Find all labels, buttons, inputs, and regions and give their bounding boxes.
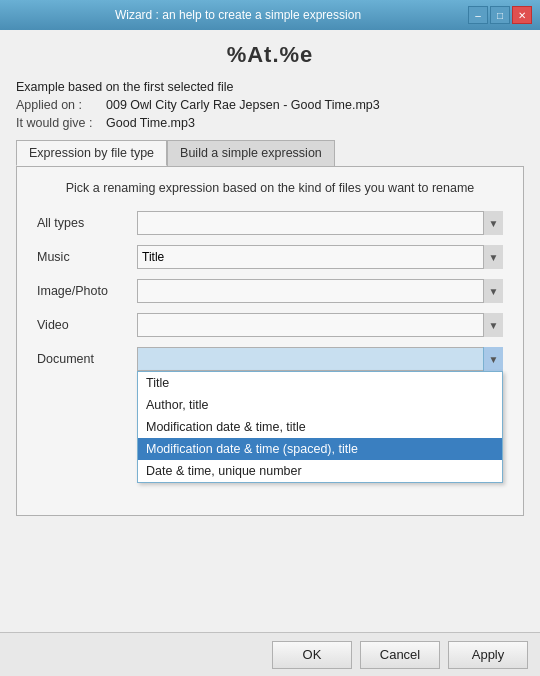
would-give-value: Good Time.mp3 — [106, 116, 195, 130]
music-label: Music — [37, 250, 137, 264]
title-bar: Wizard : an help to create a simple expr… — [0, 0, 540, 30]
music-select[interactable]: Title Artist Album Track — [137, 245, 503, 269]
tabs: Expression by file type Build a simple e… — [16, 140, 524, 166]
image-photo-row: Image/Photo ▼ — [37, 279, 503, 303]
applied-on-value: 009 Owl City Carly Rae Jepsen - Good Tim… — [106, 98, 380, 112]
close-button[interactable]: ✕ — [512, 6, 532, 24]
all-types-label: All types — [37, 216, 137, 230]
all-types-select[interactable] — [137, 211, 503, 235]
document-select-open: ▼ Title Author, title Modification date … — [137, 347, 503, 371]
panel-description: Pick a renaming expression based on the … — [37, 181, 503, 195]
maximize-button[interactable]: □ — [490, 6, 510, 24]
document-select-field[interactable]: ▼ — [137, 347, 503, 371]
all-types-row: All types ▼ — [37, 211, 503, 235]
would-give-row: It would give : Good Time.mp3 — [16, 116, 524, 130]
footer: OK Cancel Apply — [0, 632, 540, 676]
image-photo-select[interactable] — [137, 279, 503, 303]
main-content: %At.%e Example based on the first select… — [0, 30, 540, 524]
document-option-author-title[interactable]: Author, title — [138, 394, 502, 416]
applied-on-row: Applied on : 009 Owl City Carly Rae Jeps… — [16, 98, 524, 112]
music-row: Music Title Artist Album Track ▼ — [37, 245, 503, 269]
cancel-button[interactable]: Cancel — [360, 641, 440, 669]
video-label: Video — [37, 318, 137, 332]
expression-display: %At.%e — [16, 42, 524, 68]
document-row: Document ▼ Title Author, title Modificat… — [37, 347, 503, 371]
image-photo-label: Image/Photo — [37, 284, 137, 298]
example-row: Example based on the first selected file — [16, 80, 524, 94]
document-option-mod-date-time-title[interactable]: Modification date & time, title — [138, 416, 502, 438]
minimize-button[interactable]: – — [468, 6, 488, 24]
music-select-wrapper: Title Artist Album Track ▼ — [137, 245, 503, 269]
window-title: Wizard : an help to create a simple expr… — [8, 8, 468, 22]
info-section: Example based on the first selected file… — [16, 80, 524, 130]
tab-container: Expression by file type Build a simple e… — [16, 140, 524, 516]
window-controls: – □ ✕ — [468, 6, 532, 24]
document-dropdown-arrow: ▼ — [483, 347, 503, 371]
ok-button[interactable]: OK — [272, 641, 352, 669]
tab-build-simple-expression[interactable]: Build a simple expression — [167, 140, 335, 166]
applied-on-label: Applied on : — [16, 98, 106, 112]
video-select-wrapper: ▼ — [137, 313, 503, 337]
tab-expression-by-file-type[interactable]: Expression by file type — [16, 140, 167, 166]
document-dropdown: Title Author, title Modification date & … — [137, 371, 503, 483]
video-select[interactable] — [137, 313, 503, 337]
image-photo-select-wrapper: ▼ — [137, 279, 503, 303]
document-label: Document — [37, 352, 137, 366]
document-option-mod-date-time-spaced-title[interactable]: Modification date & time (spaced), title — [138, 438, 502, 460]
all-types-select-wrapper: ▼ — [137, 211, 503, 235]
video-row: Video ▼ — [37, 313, 503, 337]
document-option-title[interactable]: Title — [138, 372, 502, 394]
document-option-date-time-unique[interactable]: Date & time, unique number — [138, 460, 502, 482]
apply-button[interactable]: Apply — [448, 641, 528, 669]
example-text: Example based on the first selected file — [16, 80, 233, 94]
tab-panel: Pick a renaming expression based on the … — [16, 166, 524, 516]
would-give-label: It would give : — [16, 116, 106, 130]
